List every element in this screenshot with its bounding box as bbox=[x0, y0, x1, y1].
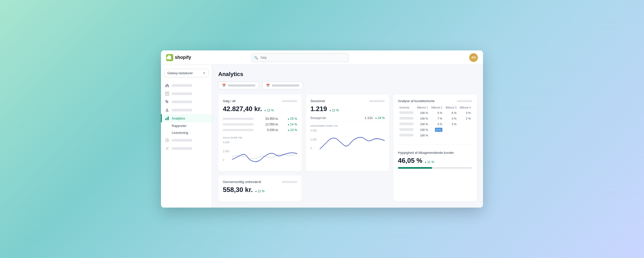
kohorte-r2-c1: 4 % bbox=[430, 121, 444, 127]
sidebar-item-discounts-label bbox=[172, 147, 192, 150]
main-layout: Galaxy-tastaturer ▼ Analy bbox=[161, 65, 483, 208]
sidebar-item-tags[interactable] bbox=[161, 98, 212, 106]
sessions-main-line bbox=[320, 137, 385, 149]
kohorte-r4-c1 bbox=[430, 133, 444, 138]
store-name: Galaxy-tastaturer bbox=[167, 71, 193, 75]
tag-icon bbox=[165, 100, 169, 104]
sales-row-1: 12.050 kr. 14 % bbox=[223, 122, 297, 127]
kohorte-bar-4 bbox=[399, 134, 413, 136]
svg-rect-7 bbox=[167, 117, 167, 120]
sessions-chart: 4.000 2.000 0 bbox=[310, 129, 385, 155]
cards-grid: Salg i alt 42.827,40 kr. 12 % 33.950 kr.… bbox=[218, 94, 477, 201]
sidebar-item-analytics[interactable]: Analytics bbox=[161, 114, 212, 122]
date-filter-1[interactable]: 📅 bbox=[218, 82, 259, 89]
sessions-y-0: 0 bbox=[310, 147, 317, 150]
returning-number: 46,05 % bbox=[398, 157, 422, 165]
sales-header-bar bbox=[282, 100, 297, 102]
kohorte-bar-3 bbox=[399, 128, 413, 131]
date-filter-2[interactable]: 📅 bbox=[262, 82, 303, 89]
svg-rect-6 bbox=[165, 119, 166, 120]
sidebar-item-home[interactable] bbox=[161, 81, 212, 90]
kohorte-th-1: Måned 1 bbox=[415, 105, 430, 110]
kohorte-th-3: Måned 3 bbox=[444, 105, 458, 110]
date-filter-1-bar bbox=[228, 84, 255, 87]
kohorte-r3-c3 bbox=[458, 127, 472, 133]
sessions-value: 1.219 12 % bbox=[310, 105, 385, 113]
page-title: Analytics bbox=[218, 71, 477, 78]
kohorte-th-4: Måned 4 bbox=[458, 105, 472, 110]
kohorte-row-4: 100 % bbox=[398, 133, 472, 138]
kohorte-bar-1 bbox=[399, 117, 413, 120]
search-bar[interactable]: 🔍 bbox=[251, 53, 349, 62]
calendar-icon-1: 📅 bbox=[222, 84, 226, 87]
logo-text: shopify bbox=[175, 55, 191, 60]
returning-section: Hyppighed af tilbagevendende kunder 46,0… bbox=[398, 144, 472, 169]
sessions-card-header: Sessioner bbox=[310, 99, 385, 103]
returning-title: Hyppighed af tilbagevendende kunder bbox=[398, 151, 472, 155]
sessions-sub: Besøgende 1.131 19 % bbox=[310, 116, 385, 122]
sales-row-0: 33.950 kr. 25 % bbox=[223, 116, 297, 122]
sales-bar-2 bbox=[223, 129, 254, 131]
sidebar-item-customers-label bbox=[172, 109, 192, 111]
sidebar-item-discounts[interactable] bbox=[161, 144, 212, 153]
sales-y-2000: 2.000 bbox=[223, 150, 229, 153]
sessions-header-bar bbox=[369, 100, 385, 102]
analytics-icon bbox=[165, 116, 169, 120]
kohorte-r1-c1: 7 % bbox=[430, 116, 444, 121]
sales-main-line bbox=[232, 153, 297, 162]
kohorte-row-2: 100 % 4 % 3 % bbox=[398, 121, 472, 127]
sidebar-item-tags-label bbox=[172, 101, 192, 103]
order-value-value: 558,30 kr. 12 % bbox=[223, 186, 297, 194]
kohorte-card-header: Analyse af kundekohorte bbox=[398, 99, 472, 103]
sales-y-labels: 4.000 2.000 0 bbox=[223, 141, 229, 162]
sales-chart: 4.000 2.000 0 bbox=[223, 141, 297, 167]
sales-svg bbox=[232, 141, 297, 167]
returning-badge: 11 % bbox=[424, 160, 434, 164]
sales-row-2-value: 5.030 kr. bbox=[262, 128, 279, 132]
kohorte-highlight: 6 % bbox=[435, 128, 442, 132]
marketing-icon bbox=[165, 138, 169, 142]
returning-progress-fill bbox=[398, 167, 432, 169]
app-window: shopify 🔍 AG Galaxy-tastaturer ▼ bbox=[161, 50, 483, 208]
sessions-sub-label: Besøgende bbox=[310, 116, 326, 120]
sessions-number: 1.219 bbox=[310, 105, 327, 113]
avatar[interactable]: AG bbox=[469, 53, 478, 62]
main-content: Analytics 📅 📅 Salg i alt bbox=[212, 65, 483, 208]
customers-icon bbox=[165, 108, 169, 112]
search-input[interactable] bbox=[251, 53, 349, 62]
sales-chart-svg-wrap bbox=[232, 141, 297, 167]
sales-bar-0 bbox=[223, 118, 254, 120]
sales-row-2-badge: 10 % bbox=[287, 128, 297, 132]
sessions-card: Sessioner 1.219 12 % Besøgende 1.131 19 … bbox=[306, 94, 389, 171]
sales-y-4000: 4.000 bbox=[223, 141, 229, 144]
sales-metric-rows: 33.950 kr. 25 % 12.050 kr. 14 % 5.030 kr… bbox=[223, 116, 297, 133]
store-selector[interactable]: Galaxy-tastaturer ▼ bbox=[164, 69, 209, 77]
kohorte-r1-c0: 100 % bbox=[415, 116, 430, 121]
kohorte-r3-c1: 6 % bbox=[430, 127, 444, 133]
sessions-badge: 12 % bbox=[329, 109, 339, 112]
sessions-chart-svg-wrap bbox=[320, 129, 385, 155]
sales-number: 42.827,40 kr. bbox=[223, 105, 262, 113]
sidebar-item-marketing[interactable] bbox=[161, 136, 212, 144]
returning-progress-wrap bbox=[398, 167, 472, 169]
sales-chart-label: SALG OVER TID bbox=[223, 136, 297, 139]
order-value-badge: 12 % bbox=[255, 189, 264, 193]
sessions-title: Sessioner bbox=[310, 99, 325, 103]
sidebar-sub-rapporter[interactable]: Rapporter bbox=[161, 122, 212, 129]
sales-title: Salg i alt bbox=[223, 99, 236, 103]
sales-row-1-badge: 14 % bbox=[287, 123, 297, 126]
sidebar-item-customers[interactable] bbox=[161, 106, 212, 114]
kohorte-r2-c0: 100 % bbox=[415, 121, 430, 127]
kohorte-header-bar bbox=[457, 100, 472, 102]
sidebar-sub-livevisning[interactable]: Livevisning bbox=[161, 129, 212, 136]
kohorte-r4-c2 bbox=[444, 133, 458, 138]
kohorte-bar-0 bbox=[399, 111, 413, 114]
kohorte-r0-c0: 100 % bbox=[415, 110, 430, 116]
shopify-logo-icon bbox=[166, 54, 173, 61]
kohorte-header-row: Kohorte Måned 1 Måned 2 Måned 3 Måned 4 bbox=[398, 105, 472, 110]
sidebar-item-orders[interactable] bbox=[161, 90, 212, 98]
kohorte-r0-c3: 3 % bbox=[458, 110, 472, 116]
sidebar-item-marketing-label bbox=[172, 139, 192, 142]
kohorte-table: Kohorte Måned 1 Måned 2 Måned 3 Måned 4 … bbox=[398, 105, 472, 138]
kohorte-r1-c2: 3 % bbox=[444, 116, 458, 121]
